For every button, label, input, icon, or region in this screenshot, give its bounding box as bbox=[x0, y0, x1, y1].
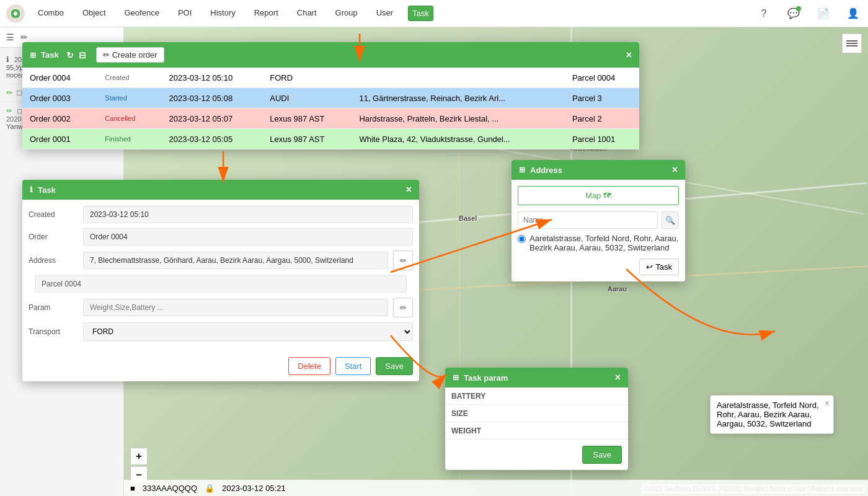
task-datetime-cell: 2023-03-12 05:10 bbox=[162, 68, 263, 88]
task-list-close-button[interactable]: × bbox=[626, 50, 632, 60]
address-value: 7, Blechemattstrasse, Gönhard, Aarau, Be… bbox=[83, 252, 388, 269]
param-value-input[interactable] bbox=[501, 427, 622, 435]
param-label-cell: BATTERY bbox=[445, 388, 495, 405]
param-label: Param bbox=[29, 303, 78, 312]
svg-rect-1 bbox=[846, 45, 857, 46]
nav-chart[interactable]: Chart bbox=[293, 6, 321, 21]
form-row-param: Param ✏ bbox=[29, 298, 413, 317]
task-address-cell: 11, Gärtnerstrasse, Reinach, Bezirk Arl.… bbox=[352, 88, 565, 108]
refresh-icon[interactable]: ↻ bbox=[66, 50, 74, 60]
task-status-cell: Created bbox=[94, 68, 161, 88]
sidebar-edit-icon[interactable]: ✏ bbox=[19, 31, 29, 43]
tooltip-close-button[interactable]: × bbox=[825, 398, 830, 408]
task-table-row[interactable]: Order 0003 Started 2023-03-12 05:08 AUDI… bbox=[22, 88, 639, 108]
save-button[interactable]: Save bbox=[376, 357, 413, 375]
address-task-link-button[interactable]: ↩ Task bbox=[639, 259, 679, 275]
status-bar: ■ 333AAAQQQQ 🔒 2023-03-12 05:21 bbox=[124, 480, 868, 496]
task-list-header: ⊞ Task ↻ ⊟ ✏ Create order × bbox=[22, 42, 639, 68]
filter-icon[interactable]: ⊟ bbox=[79, 50, 86, 60]
param-table: BATTERY SIZE WEIGHT bbox=[445, 388, 628, 440]
address-map-button[interactable]: Map 🗺 bbox=[518, 186, 679, 205]
address-panel-title: Address bbox=[530, 166, 562, 175]
nav-report[interactable]: Report bbox=[250, 6, 282, 21]
top-navigation: Combo Object Geofence POI History Report… bbox=[0, 0, 868, 27]
address-edit-button[interactable]: ✏ bbox=[393, 250, 413, 270]
order-value: Order 0004 bbox=[83, 228, 413, 246]
messages-icon[interactable]: 💬 bbox=[785, 5, 802, 22]
task-detail-close-button[interactable]: × bbox=[406, 185, 412, 195]
edit-icon: ✏ bbox=[400, 256, 407, 265]
param-label-cell: WEIGHT bbox=[445, 422, 495, 440]
task-table-row[interactable]: Order 0002 Cancelled 2023-03-12 05:07 Le… bbox=[22, 108, 639, 129]
status-vehicle-name: 333AAAQQQQ bbox=[143, 484, 197, 493]
delete-button[interactable]: Delete bbox=[288, 357, 330, 375]
map-label-basel: Basel bbox=[459, 215, 477, 222]
order-label: Order bbox=[29, 232, 78, 241]
task-list-title: Task bbox=[41, 50, 59, 60]
form-row-address: Address 7, Blechemattstrasse, Gönhard, A… bbox=[29, 250, 413, 270]
task-param-header: ⊞ Task param × bbox=[445, 368, 628, 388]
help-icon[interactable]: ? bbox=[755, 5, 773, 22]
form-row-order: Order Order 0004 bbox=[29, 228, 413, 246]
task-param-close-button[interactable]: × bbox=[615, 373, 621, 383]
param-table-row: BATTERY bbox=[445, 388, 628, 405]
logo-button[interactable] bbox=[6, 4, 25, 23]
map-layers-button[interactable] bbox=[842, 33, 862, 53]
task-detail-help-icon: ℹ bbox=[30, 185, 33, 194]
param-value-input[interactable] bbox=[501, 409, 622, 418]
nav-task[interactable]: Task bbox=[408, 6, 433, 21]
sidebar-action-box[interactable]: □ bbox=[17, 88, 22, 97]
sidebar-item-1-icon: ℹ bbox=[6, 55, 9, 64]
task-detail-title: Task bbox=[38, 185, 56, 195]
param-save-button[interactable]: Save bbox=[582, 446, 622, 464]
address-panel-close-button[interactable]: × bbox=[672, 165, 678, 175]
nav-items: Combo Object Geofence POI History Report… bbox=[34, 6, 755, 21]
svg-rect-3 bbox=[846, 40, 857, 42]
task-address-cell: Hardstrasse, Pratteln, Bezirk Liestal, .… bbox=[352, 108, 565, 129]
param-value-input[interactable] bbox=[501, 392, 622, 401]
address-result-radio[interactable] bbox=[518, 235, 526, 243]
task-form: Created 2023-03-12 05:10 Order Order 000… bbox=[22, 200, 419, 352]
create-order-button[interactable]: ✏ Create order bbox=[96, 47, 164, 63]
zoom-in-button[interactable]: + bbox=[130, 448, 148, 465]
start-button[interactable]: Start bbox=[335, 357, 371, 375]
nav-combo[interactable]: Combo bbox=[34, 6, 68, 21]
task-table-row[interactable]: Order 0004 Created 2023-03-12 05:10 FORD… bbox=[22, 68, 639, 88]
create-order-icon: ✏ bbox=[103, 50, 110, 60]
task-datetime-cell: 2023-03-12 05:07 bbox=[162, 108, 263, 129]
reports-icon[interactable]: 📄 bbox=[815, 5, 832, 22]
sidebar-menu-icon[interactable]: ☰ bbox=[5, 31, 16, 43]
task-vehicle-cell: Lexus 987 AST bbox=[262, 129, 352, 149]
param-input[interactable] bbox=[83, 299, 388, 316]
nav-group[interactable]: Group bbox=[332, 6, 361, 21]
task-parcel-cell: Parcel 0004 bbox=[565, 68, 639, 88]
nav-geofence[interactable]: Geofence bbox=[121, 6, 163, 21]
sidebar-action-edit[interactable]: ✏ bbox=[6, 88, 13, 97]
address-panel-header: ⊞ Address × bbox=[512, 160, 685, 180]
task-param-grid-icon: ⊞ bbox=[453, 373, 459, 382]
task-vehicle-cell: FORD bbox=[262, 68, 352, 88]
address-grid-icon: ⊞ bbox=[519, 166, 525, 174]
transport-label: Transport bbox=[29, 327, 78, 336]
task-list-table-container: Order 0004 Created 2023-03-12 05:10 FORD… bbox=[22, 68, 639, 149]
user-icon[interactable]: 👤 bbox=[844, 5, 862, 22]
create-order-label: Create order bbox=[112, 50, 157, 60]
address-name-input[interactable] bbox=[518, 211, 658, 229]
task-parcel-cell: Parcel 2 bbox=[565, 108, 639, 129]
task-detail-header: ℹ Task × bbox=[22, 180, 419, 200]
nav-user[interactable]: User bbox=[373, 6, 397, 21]
nav-object[interactable]: Object bbox=[79, 6, 110, 21]
address-search-button[interactable]: 🔍 bbox=[662, 211, 679, 229]
created-label: Created bbox=[29, 210, 78, 219]
nav-poi[interactable]: POI bbox=[174, 6, 195, 21]
sidebar-item-2-box: □ bbox=[17, 107, 22, 115]
param-edit-icon: ✏ bbox=[400, 303, 407, 312]
param-edit-button[interactable]: ✏ bbox=[393, 298, 413, 317]
transport-select[interactable]: FORD bbox=[83, 322, 413, 341]
task-detail-panel: ℹ Task × Created 2023-03-12 05:10 Order … bbox=[22, 180, 419, 381]
task-table: Order 0004 Created 2023-03-12 05:10 FORD… bbox=[22, 68, 639, 149]
nav-history[interactable]: History bbox=[206, 6, 239, 21]
task-vehicle-cell: AUDI bbox=[262, 88, 352, 108]
task-table-row[interactable]: Order 0001 Finished 2023-03-12 05:05 Lex… bbox=[22, 129, 639, 149]
param-value-cell bbox=[495, 388, 628, 405]
